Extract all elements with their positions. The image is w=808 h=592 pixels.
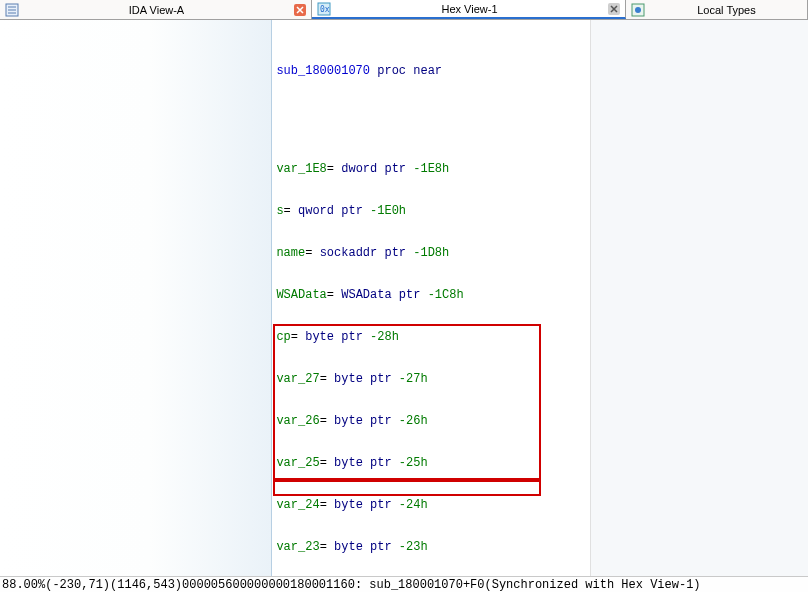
var-type: byte ptr	[334, 456, 392, 470]
status-addr: 0000000180001160	[240, 578, 355, 592]
svg-text:0x: 0x	[320, 5, 330, 14]
hex-icon: 0x	[316, 1, 332, 17]
var-name: s	[276, 204, 283, 218]
tab-hex-view-1[interactable]: 0x Hex View-1	[312, 0, 626, 19]
status-bar: 88.00% (-230,71) (1146,543) 00000560 000…	[0, 576, 808, 592]
var-type: byte ptr	[334, 498, 392, 512]
workspace: sub_180001070 proc near var_1E8= dword p…	[0, 20, 808, 576]
status-coord2: (1146,543)	[110, 578, 182, 592]
var-type: byte ptr	[334, 414, 392, 428]
highlight-box-2	[273, 480, 541, 496]
disassembly-view[interactable]: sub_180001070 proc near var_1E8= dword p…	[272, 20, 590, 576]
tab-label: Hex View-1	[336, 3, 603, 15]
close-icon[interactable]	[293, 3, 307, 17]
tab-ida-view-a[interactable]: IDA View-A	[0, 0, 312, 19]
close-icon[interactable]	[607, 2, 621, 16]
var-name: var_24	[276, 498, 319, 512]
var-type: dword ptr	[341, 162, 406, 176]
proc-kw: proc near	[377, 64, 442, 78]
var-type: WSAData ptr	[341, 288, 420, 302]
status-coord1: (-230,71)	[45, 578, 110, 592]
var-name: var_23	[276, 540, 319, 554]
var-off: -23h	[399, 540, 428, 554]
var-type: byte ptr	[334, 372, 392, 386]
left-gutter	[0, 20, 272, 576]
tab-local-types[interactable]: Local Types	[626, 0, 808, 19]
var-name: name	[276, 246, 305, 260]
var-off: -24h	[399, 498, 428, 512]
var-off: -1E0h	[370, 204, 406, 218]
var-off: -28h	[370, 330, 399, 344]
disasm-icon	[4, 2, 20, 18]
right-panel	[590, 20, 808, 576]
var-name: var_27	[276, 372, 319, 386]
var-off: -1C8h	[428, 288, 464, 302]
var-name: cp	[276, 330, 290, 344]
var-off: -1D8h	[413, 246, 449, 260]
tab-label: Local Types	[650, 4, 803, 16]
var-type: byte ptr	[305, 330, 363, 344]
var-name: var_25	[276, 456, 319, 470]
var-name: WSAData	[276, 288, 326, 302]
var-off: -1E8h	[413, 162, 449, 176]
proc-name: sub_180001070	[276, 64, 370, 78]
var-name: var_1E8	[276, 162, 326, 176]
var-off: -25h	[399, 456, 428, 470]
var-type: byte ptr	[334, 540, 392, 554]
tab-bar: IDA View-A 0x Hex View-1 Local Types	[0, 0, 808, 20]
status-symbol: sub_180001070+F0	[369, 578, 484, 592]
tab-label: IDA View-A	[24, 4, 289, 16]
var-off: -27h	[399, 372, 428, 386]
svg-point-9	[635, 7, 641, 13]
status-sync: (Synchronized with Hex View-1)	[485, 578, 701, 592]
var-type: sockaddr ptr	[320, 246, 406, 260]
status-offset: 00000560	[182, 578, 240, 592]
status-percent: 88.00%	[2, 578, 45, 592]
types-icon	[630, 2, 646, 18]
var-off: -26h	[399, 414, 428, 428]
var-type: qword ptr	[298, 204, 363, 218]
var-name: var_26	[276, 414, 319, 428]
